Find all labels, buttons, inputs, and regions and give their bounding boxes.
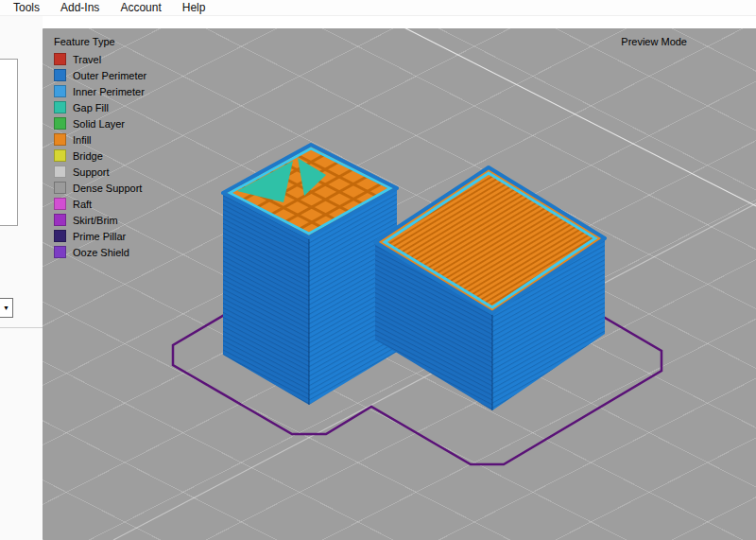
legend-item-label: Outer Perimeter [73,70,146,81]
legend-color-swatch [54,165,66,178]
legend-color-swatch [54,149,66,162]
preview-viewport[interactable]: Feature Type Travel Outer Perimeter Inne… [43,28,756,540]
legend-item-dense-support: Dense Support [54,182,146,194]
legend-item-label: Prime Pillar [73,231,126,242]
legend-item-travel: Travel [54,53,146,65]
legend-item-label: Gap Fill [73,102,109,113]
legend-item-ooze-shield: Ooze Shield [54,246,146,258]
legend-item-label: Infill [73,134,92,146]
preview-mode-label: Preview Mode [621,36,687,47]
legend-item-outer-perimeter: Outer Perimeter [54,69,146,81]
legend-item-inner-perimeter: Inner Perimeter [54,85,146,97]
chevron-down-icon: ▼ [3,305,12,311]
process-list-fragment[interactable] [0,59,18,226]
legend-item-infill: Infill [54,133,146,146]
legend-color-swatch [54,182,66,194]
menu-item-account[interactable]: Account [116,1,164,14]
legend-item-label: Inner Perimeter [73,86,145,97]
legend-color-swatch [54,69,66,81]
feature-type-legend: Feature Type Travel Outer Perimeter Inne… [54,36,146,262]
legend-color-swatch [54,230,66,242]
legend-item-label: Raft [73,199,92,210]
legend-item-skirt-brim: Skirt/Brim [54,214,146,226]
legend-color-swatch [54,246,66,258]
legend-item-bridge: Bridge [54,149,146,162]
left-panel-cropped: ▼ [0,16,43,540]
legend-item-raft: Raft [54,198,146,210]
menu-item-help[interactable]: Help [179,1,210,14]
menu-item-tools[interactable]: Tools [9,1,43,14]
legend-item-label: Ooze Shield [73,247,129,258]
legend-item-solid-layer: Solid Layer [54,117,146,130]
legend-color-swatch [54,101,66,113]
legend-color-swatch [54,133,66,146]
legend-color-swatch [54,214,66,226]
legend-color-swatch [54,53,66,65]
legend-item-label: Skirt/Brim [73,215,118,226]
model-cube-right[interactable] [375,167,605,410]
legend-item-label: Bridge [73,150,103,162]
legend-item-label: Solid Layer [73,118,125,130]
legend-item-label: Dense Support [73,183,142,194]
legend-color-swatch [54,117,66,130]
dropdown-fragment[interactable]: ▼ [0,298,13,318]
3d-scene[interactable] [43,28,756,540]
menu-bar: Tools Add-Ins Account Help [0,0,756,16]
legend-color-swatch [54,198,66,210]
legend-item-label: Support [73,166,110,178]
menu-item-add-ins[interactable]: Add-Ins [57,1,103,14]
legend-item-label: Travel [73,54,101,65]
legend-color-swatch [54,85,66,97]
legend-item-prime-pillar: Prime Pillar [54,230,146,242]
legend-item-support: Support [54,165,146,178]
legend-item-gap-fill: Gap Fill [54,101,146,113]
panel-divider [0,327,43,328]
model-cube-left[interactable] [223,145,397,405]
legend-title: Feature Type [54,36,146,47]
